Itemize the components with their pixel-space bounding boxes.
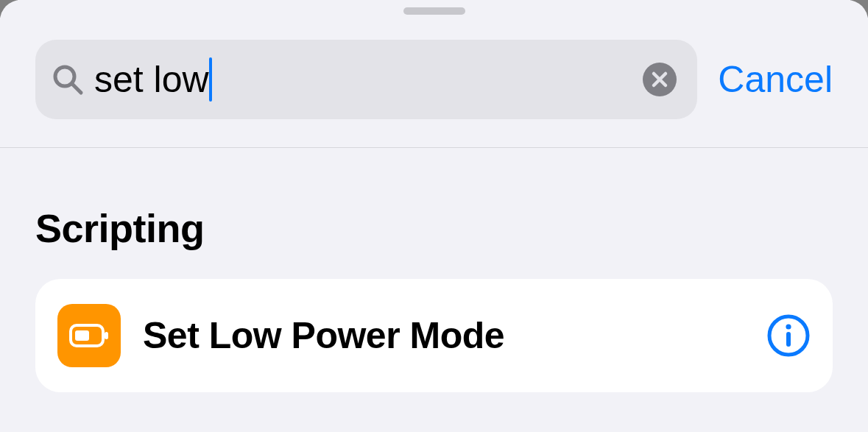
action-row-set-low-power-mode[interactable]: Set Low Power Mode	[35, 279, 833, 392]
svg-rect-9	[786, 332, 791, 347]
action-title: Set Low Power Mode	[143, 314, 744, 357]
battery-icon	[57, 304, 121, 367]
svg-rect-5	[75, 330, 89, 341]
svg-rect-6	[105, 332, 108, 339]
text-caret	[209, 57, 212, 102]
search-input-wrap	[94, 40, 643, 119]
svg-point-8	[786, 324, 791, 329]
search-field[interactable]	[35, 40, 697, 119]
results-content: Scripting Set Low Power Mode	[0, 205, 868, 392]
search-sheet: Cancel Scripting Set Low Power Mode	[0, 0, 868, 432]
section-title-scripting: Scripting	[35, 205, 833, 251]
search-bar-row: Cancel	[0, 0, 868, 148]
svg-line-1	[72, 84, 81, 93]
sheet-grabber[interactable]	[403, 7, 465, 15]
search-icon	[52, 63, 84, 96]
info-button[interactable]	[766, 314, 811, 358]
cancel-button[interactable]: Cancel	[718, 58, 833, 101]
close-icon	[651, 71, 668, 88]
clear-search-button[interactable]	[643, 63, 677, 96]
info-icon	[767, 314, 810, 357]
search-input[interactable]	[94, 58, 643, 101]
